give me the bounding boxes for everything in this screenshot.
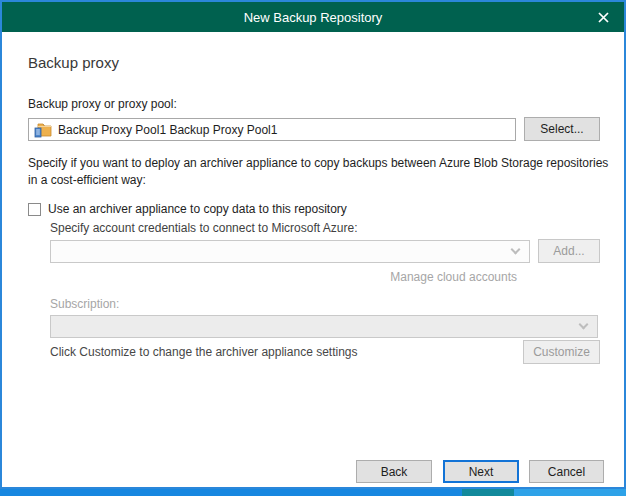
new-backup-repository-dialog: New Backup Repository Backup proxy Backu… bbox=[0, 0, 626, 489]
proxy-pool-label: Backup proxy or proxy pool: bbox=[28, 97, 177, 111]
back-button[interactable]: Back bbox=[356, 460, 432, 483]
close-button[interactable] bbox=[586, 2, 620, 32]
description-text: Specify if you want to deploy an archive… bbox=[28, 155, 608, 189]
cancel-button[interactable]: Cancel bbox=[529, 460, 604, 483]
use-archiver-appliance-checkbox[interactable] bbox=[28, 203, 41, 216]
title-bar: New Backup Repository bbox=[2, 2, 624, 32]
description-line-1: Specify if you want to deploy an archive… bbox=[28, 155, 608, 172]
manage-cloud-accounts-link[interactable]: Manage cloud accounts bbox=[50, 270, 517, 284]
chevron-down-icon bbox=[511, 245, 521, 255]
close-icon bbox=[598, 12, 609, 23]
background-window-edge bbox=[0, 489, 626, 496]
subscription-label: Subscription: bbox=[50, 297, 119, 311]
customize-hint: Click Customize to change the archiver a… bbox=[50, 345, 358, 359]
background-blue-segment bbox=[514, 489, 626, 496]
add-button[interactable]: Add... bbox=[538, 239, 600, 263]
use-archiver-appliance-label: Use an archiver appliance to copy data t… bbox=[48, 202, 347, 216]
credentials-dropdown[interactable] bbox=[50, 240, 530, 263]
window-title: New Backup Repository bbox=[244, 10, 383, 25]
chevron-down-icon bbox=[579, 320, 589, 330]
next-button[interactable]: Next bbox=[443, 460, 519, 483]
credentials-label: Specify account credentials to connect t… bbox=[50, 221, 358, 235]
proxy-pool-input[interactable]: Backup Proxy Pool1 Backup Proxy Pool1 bbox=[28, 118, 516, 141]
proxy-pool-folder-icon bbox=[34, 122, 52, 138]
select-button[interactable]: Select... bbox=[524, 117, 600, 141]
customize-button[interactable]: Customize bbox=[523, 340, 600, 364]
page-title: Backup proxy bbox=[28, 54, 119, 71]
description-line-2: in a cost-efficient way: bbox=[28, 172, 608, 189]
background-teal-segment bbox=[462, 489, 514, 496]
screen: New Backup Repository Backup proxy Backu… bbox=[0, 0, 626, 496]
subscription-dropdown[interactable] bbox=[50, 315, 598, 338]
proxy-pool-value: Backup Proxy Pool1 Backup Proxy Pool1 bbox=[58, 123, 277, 137]
